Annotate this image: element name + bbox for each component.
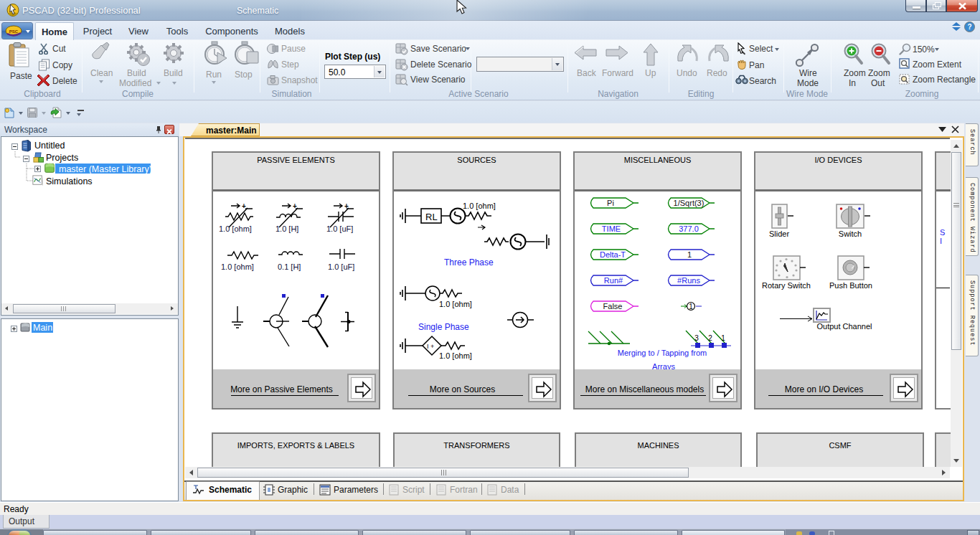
svg-text:Switch: Switch [839, 229, 862, 238]
svg-text:RL: RL [425, 212, 438, 222]
svg-text:3: 3 [694, 334, 699, 342]
svg-text:Run#: Run# [604, 276, 623, 285]
svg-text:Delta-T: Delta-T [600, 250, 626, 259]
svg-text:1.0 [ohm]: 1.0 [ohm] [219, 224, 252, 233]
svg-text:1.0 [uF]: 1.0 [uF] [326, 224, 353, 233]
svg-text:#Runs: #Runs [677, 276, 700, 285]
svg-text:?: ? [967, 23, 971, 31]
svg-text:Slider: Slider [769, 229, 789, 238]
svg-text:Rotary Switch: Rotary Switch [762, 281, 811, 290]
svg-text:Output Channel: Output Channel [816, 322, 872, 331]
svg-text:Merging to / Tapping from: Merging to / Tapping from [618, 349, 707, 357]
svg-text:1.0 [uF]: 1.0 [uF] [328, 262, 354, 271]
svg-text:1/Sqrt(3): 1/Sqrt(3) [674, 199, 705, 207]
svg-text:1: 1 [687, 250, 692, 259]
svg-text:False: False [603, 302, 623, 311]
svg-text:1: 1 [721, 334, 725, 342]
svg-text:Arrays: Arrays [652, 362, 675, 369]
svg-text:I +: I + [427, 343, 434, 350]
svg-text:PSC: PSC [9, 29, 19, 34]
svg-text:377.0: 377.0 [679, 224, 699, 233]
svg-text:1.0 [ohm]: 1.0 [ohm] [439, 300, 472, 308]
svg-text:Single Phase: Single Phase [418, 322, 469, 332]
svg-text:Push Button: Push Button [829, 281, 872, 290]
svg-text:1.0 [ohm]: 1.0 [ohm] [221, 262, 254, 271]
svg-text:Pi: Pi [607, 199, 614, 207]
svg-text:1.0 [ohm]: 1.0 [ohm] [463, 202, 496, 210]
svg-text:Three Phase: Three Phase [444, 257, 494, 268]
svg-text:TIME: TIME [602, 224, 621, 233]
svg-text:1: 1 [689, 303, 693, 311]
svg-text:1.0 [ohm]: 1.0 [ohm] [439, 351, 472, 360]
svg-text:2: 2 [708, 334, 712, 342]
svg-text:0.1 [H]: 0.1 [H] [278, 262, 301, 271]
svg-text:1.0 [H]: 1.0 [H] [275, 224, 298, 233]
